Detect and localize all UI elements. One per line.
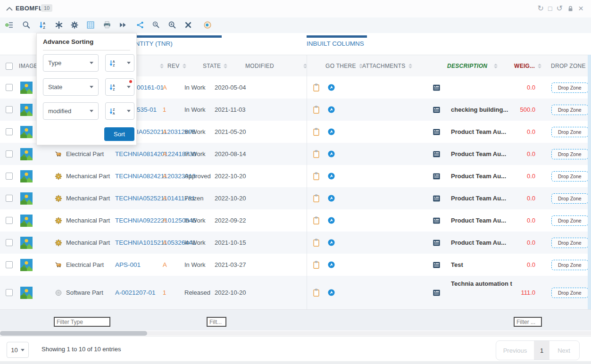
find-zoom-icon[interactable] [152, 21, 160, 29]
part-thumbnail[interactable] [20, 165, 33, 187]
row-checkbox[interactable] [6, 121, 13, 143]
header-weight[interactable]: WEIG... [514, 55, 541, 77]
weight-filter-input[interactable] [514, 317, 542, 327]
row-checkbox[interactable] [6, 187, 13, 209]
header-tnr-sort[interactable] [157, 55, 164, 77]
go-there-icon[interactable] [328, 254, 335, 276]
go-there-icon[interactable] [328, 99, 335, 121]
clipboard-icon[interactable] [312, 165, 320, 187]
description-icon[interactable] [433, 76, 441, 99]
print-icon[interactable] [103, 21, 111, 29]
clipboard-icon[interactable] [312, 121, 320, 143]
drop-zone[interactable]: Drop Zone [551, 254, 588, 276]
drop-zone[interactable]: Drop Zone [551, 99, 588, 121]
tnr-link[interactable]: TECHNIA082421120323913 [115, 165, 196, 187]
clipboard-icon[interactable] [312, 187, 320, 209]
part-thumbnail[interactable] [20, 276, 33, 309]
part-thumbnail[interactable] [20, 143, 33, 165]
sort-field-select-2[interactable]: State [43, 78, 99, 96]
tab-inbuilt-columns[interactable]: INBUILT COLUMNS [307, 40, 364, 47]
clipboard-icon[interactable] [312, 76, 320, 99]
maximize-icon[interactable]: □ [548, 4, 552, 13]
go-there-icon[interactable] [328, 143, 335, 165]
advance-sorting-icon[interactable] [39, 21, 47, 29]
description-icon[interactable] [433, 143, 441, 165]
description-icon[interactable] [433, 99, 441, 121]
go-there-icon[interactable] [328, 121, 335, 143]
go-there-icon[interactable] [328, 76, 335, 99]
description-icon[interactable] [433, 254, 441, 276]
table-view-icon[interactable] [86, 21, 95, 29]
row-checkbox[interactable] [6, 232, 13, 254]
description-icon[interactable] [433, 121, 441, 143]
drop-zone[interactable]: Drop Zone [551, 121, 588, 143]
clipboard-icon[interactable] [312, 254, 320, 276]
sort-button[interactable]: Sort [104, 127, 134, 141]
type-filter-input[interactable] [54, 317, 110, 327]
horizontal-scrollbar[interactable] [0, 331, 591, 336]
share-icon[interactable] [136, 21, 144, 29]
close-icon[interactable]: × [578, 4, 583, 13]
drop-zone[interactable]: Drop Zone [551, 165, 588, 187]
drop-zone[interactable]: Drop Zone [551, 209, 588, 232]
tnr-link[interactable]: A-0021207-01 [115, 276, 156, 309]
description-icon[interactable] [433, 165, 441, 187]
search-icon[interactable] [22, 21, 31, 29]
sort-field-select-1[interactable]: Type [43, 54, 99, 72]
drop-zone[interactable]: Drop Zone [551, 76, 588, 99]
go-there-icon[interactable] [328, 276, 335, 309]
go-there-icon[interactable] [328, 232, 335, 254]
sort-direction-select-3[interactable] [105, 102, 134, 120]
row-checkbox[interactable] [6, 276, 13, 309]
settings-gear-icon[interactable] [70, 21, 79, 29]
description-icon[interactable] [433, 276, 441, 309]
part-thumbnail[interactable] [20, 254, 33, 276]
row-checkbox[interactable] [6, 165, 13, 187]
tnr-link[interactable]: APS-001 [115, 254, 141, 276]
go-there-icon[interactable] [328, 187, 335, 209]
row-checkbox[interactable] [6, 76, 13, 99]
row-checkbox[interactable] [6, 143, 13, 165]
asterisk-icon[interactable] [55, 21, 63, 29]
header-image[interactable]: IMAGE [19, 55, 38, 77]
sort-field-select-3[interactable]: modified [43, 102, 99, 120]
page-size-select[interactable]: 10 [7, 342, 29, 358]
lock-icon[interactable] [567, 5, 574, 12]
drop-zone[interactable]: Drop Zone [551, 232, 588, 254]
row-checkbox[interactable] [6, 209, 13, 232]
state-filter-input[interactable] [207, 317, 226, 327]
row-checkbox[interactable] [6, 254, 13, 276]
part-thumbnail[interactable] [20, 187, 33, 209]
add-row-icon[interactable] [5, 21, 14, 29]
drop-zone[interactable]: Drop Zone [551, 276, 588, 309]
description-icon[interactable] [433, 187, 441, 209]
go-there-icon[interactable] [328, 209, 335, 232]
vertical-scrollbar[interactable] [588, 55, 591, 309]
header-go-there[interactable]: GO THERE [325, 55, 363, 77]
header-modified[interactable]: MODIFIED [245, 55, 307, 77]
tnr-link[interactable]: TECHNIA101521105326441 [115, 232, 196, 254]
row-checkbox[interactable] [6, 99, 13, 121]
clipboard-icon[interactable] [312, 209, 320, 232]
header-drop-zone[interactable]: DROP ZONE [551, 55, 586, 77]
part-thumbnail[interactable] [20, 209, 33, 232]
refresh-icon[interactable]: ↻ [538, 4, 544, 13]
tnr-link[interactable]: TECHNIA052521101411781 [115, 187, 195, 209]
drop-zone[interactable]: Drop Zone [551, 187, 588, 209]
horizontal-scrollbar-thumb[interactable] [0, 331, 147, 336]
drop-zone[interactable]: Drop Zone [551, 143, 588, 165]
current-page-button[interactable]: 1 [534, 341, 549, 360]
clipboard-icon[interactable] [312, 99, 320, 121]
previous-page-button[interactable]: Previous [496, 341, 534, 360]
sort-direction-select-1[interactable] [105, 54, 134, 72]
zoom-in-icon[interactable] [168, 21, 176, 29]
part-thumbnail[interactable] [20, 232, 33, 254]
description-icon[interactable] [433, 232, 441, 254]
collapse-chevron-up-icon[interactable] [6, 7, 13, 11]
header-state[interactable]: STATE [203, 55, 227, 77]
clear-icon[interactable] [184, 21, 192, 29]
description-icon[interactable] [433, 209, 441, 232]
clipboard-icon[interactable] [312, 143, 320, 165]
part-thumbnail[interactable] [20, 76, 33, 99]
select-all-checkbox[interactable] [6, 55, 13, 77]
